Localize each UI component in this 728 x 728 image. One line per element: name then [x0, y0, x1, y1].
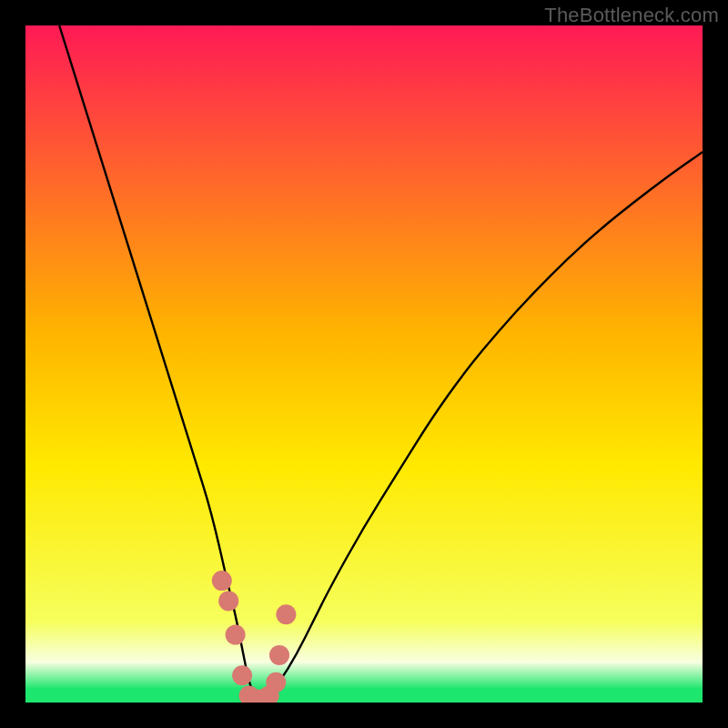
- chart-frame: TheBottleneck.com: [0, 0, 728, 728]
- watermark-text: TheBottleneck.com: [544, 4, 719, 27]
- plot-area: [25, 25, 703, 703]
- chart-svg: [25, 25, 703, 703]
- marker-dot: [276, 604, 296, 624]
- marker-dot: [218, 591, 238, 611]
- gradient-background: [25, 25, 703, 703]
- marker-dot: [226, 625, 246, 645]
- marker-dot: [212, 571, 232, 591]
- marker-dot: [269, 645, 289, 665]
- marker-dot: [266, 672, 286, 693]
- marker-dot: [232, 665, 252, 685]
